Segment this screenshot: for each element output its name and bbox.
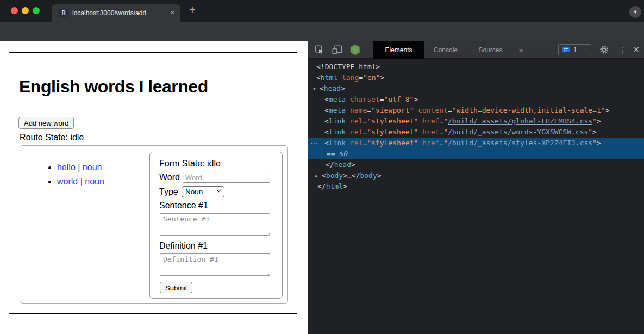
devtools-toolbar: Elements Console Sources » 1 [308, 41, 644, 59]
window-close-button[interactable] [11, 7, 18, 14]
word-input[interactable] [183, 172, 270, 183]
devtools-code-line[interactable]: <meta name="viewport" content="width=dev… [308, 105, 644, 116]
devtools-close-button[interactable]: ✕ [633, 45, 640, 54]
sentence-label: Sentence #1 [159, 201, 208, 211]
type-label: Type [159, 187, 178, 196]
devtools-code-line[interactable]: <meta charset="utf-8"> [308, 94, 644, 105]
word-link[interactable]: hello | noun [57, 163, 102, 172]
sentence-textarea[interactable] [160, 213, 270, 236]
word-list-item: hello | noun [57, 160, 104, 175]
devtools-code-line[interactable]: <link rel="stylesheet" href="/build/_ass… [308, 116, 644, 127]
type-select[interactable]: Noun [182, 186, 224, 197]
words-panel: hello | nounworld | noun Form State: idl… [20, 145, 288, 304]
tab-close-icon[interactable]: ✕ [170, 9, 175, 16]
devtools-menu-button[interactable]: ⋮ [619, 45, 627, 54]
row-actions-dots-icon[interactable]: ⋯ [310, 138, 318, 149]
settings-gear-button[interactable] [599, 45, 609, 54]
issue-count: 1 [573, 46, 577, 54]
add-word-form: Form State: idle Word Type Noun [149, 152, 283, 299]
collapse-arrow-icon[interactable]: ▶ [315, 171, 322, 182]
tab-sources[interactable]: Sources [467, 41, 514, 59]
new-tab-button[interactable]: + [189, 4, 196, 16]
inspect-element-button[interactable] [315, 45, 324, 54]
page-title: English words I learned [19, 77, 208, 97]
tab-console[interactable]: Console [424, 41, 467, 59]
word-link[interactable]: world | noun [57, 177, 104, 186]
app-container: English words I learned Add new word Rou… [9, 52, 297, 314]
browser-window: R localhost:3000/words/add ✕ + ▼ ← → lo [0, 0, 644, 334]
devtools-code-line[interactable]: ▶<body>…</body> [308, 170, 644, 181]
more-tabs-button[interactable]: » [519, 46, 523, 54]
browser-tab[interactable]: R localhost:3000/words/add ✕ [52, 4, 180, 22]
definition-label: Definition #1 [159, 241, 208, 251]
devtools-code-line[interactable]: ▼<head> [308, 83, 644, 94]
add-new-word-button[interactable]: Add new word [18, 117, 74, 129]
word-label: Word [159, 172, 180, 182]
devtools-code-line[interactable]: </html> [308, 181, 644, 192]
route-state-text: Route State: idle [20, 133, 84, 143]
tab-strip: R localhost:3000/words/add ✕ + ▼ [0, 0, 644, 22]
tab-title: localhost:3000/words/add [72, 9, 146, 17]
devtools-code-line[interactable]: <link rel="stylesheet" href="/build/_ass… [308, 127, 644, 138]
toolbar-divider [595, 44, 595, 55]
window-minimize-button[interactable] [22, 7, 29, 14]
word-list-item: world | noun [57, 175, 104, 189]
issues-counter[interactable]: 1 [558, 44, 591, 55]
device-toolbar-button[interactable] [332, 45, 342, 54]
browser-toolbar: ← → localhost:3000/words/add [0, 22, 644, 41]
devtools-code-line[interactable]: <!DOCTYPE html> [308, 61, 644, 72]
devtools-panel: Elements Console Sources » 1 [308, 41, 644, 334]
extension-hexagon-icon[interactable] [349, 44, 361, 55]
definition-textarea[interactable] [160, 253, 270, 276]
form-state-text: Form State: idle [159, 159, 221, 169]
devtools-code: <!DOCTYPE html><html lang="en">▼<head><m… [308, 59, 644, 192]
message-bubble-icon [562, 46, 570, 54]
tab-search-button[interactable]: ▼ [629, 6, 641, 18]
devtools-code-line[interactable]: <html lang="en"> [308, 72, 644, 83]
devtools-code-line[interactable]: </head> [308, 159, 644, 170]
page-viewport: English words I learned Add new word Rou… [0, 41, 308, 334]
devtools-code-line[interactable]: == $0 [308, 149, 644, 159]
remix-favicon-icon: R [59, 9, 68, 17]
devtools-code-line[interactable]: ⋯<link rel="stylesheet" href="/build/_as… [308, 138, 644, 149]
tab-elements[interactable]: Elements [373, 41, 424, 59]
expand-arrow-icon[interactable]: ▼ [313, 84, 320, 95]
word-list: hello | nounworld | noun [35, 160, 104, 189]
submit-button[interactable]: Submit [160, 282, 192, 293]
toolbar-divider [367, 44, 367, 55]
window-zoom-button[interactable] [33, 7, 40, 14]
